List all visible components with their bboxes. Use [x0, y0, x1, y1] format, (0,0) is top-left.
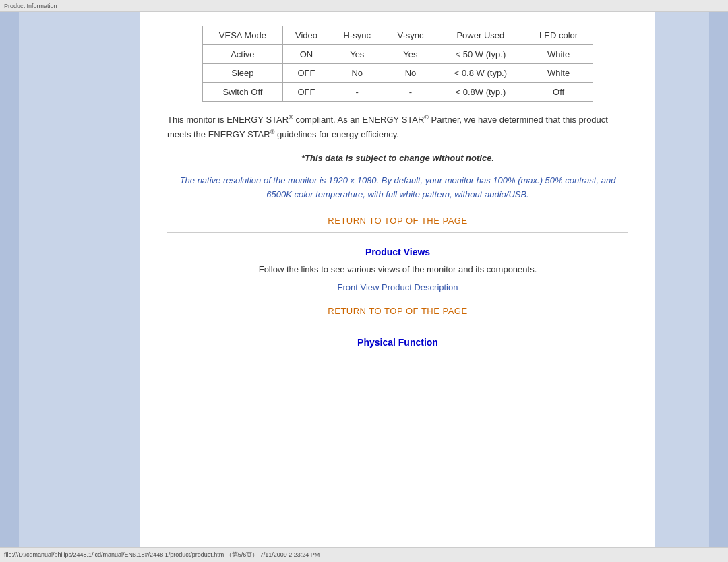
table-cell: White — [524, 45, 593, 64]
status-bar-text: file:///D:/cdmanual/philips/2448.1/lcd/m… — [4, 551, 320, 559]
sidebar-left-inner — [19, 12, 140, 547]
notice-text: *This data is subject to change without … — [167, 153, 628, 163]
table-cell: Active — [203, 45, 283, 64]
product-views-description: Follow the links to see various views of… — [167, 264, 628, 274]
physical-function-title: Physical Function — [167, 337, 628, 348]
browser-title-text: Product Information — [4, 3, 57, 9]
table-cell: Off — [524, 83, 593, 102]
blue-note-text: The native resolution of the monitor is … — [167, 174, 628, 202]
front-view-link[interactable]: Front View Product Description — [167, 282, 628, 292]
table-cell: < 50 W (typ.) — [437, 45, 524, 64]
page-layout: VESA Mode Video H-sync V-sync Power Used… — [0, 12, 728, 547]
browser-title-bar: Product Information — [0, 0, 728, 12]
table-cell: OFF — [282, 83, 330, 102]
status-bar: file:///D:/cdmanual/philips/2448.1/lcd/m… — [0, 547, 728, 562]
table-row: Switch OffOFF--< 0.8W (typ.)Off — [203, 83, 593, 102]
col-header-led-color: LED color — [524, 26, 593, 45]
divider-2 — [167, 323, 628, 323]
table-cell: ON — [282, 45, 330, 64]
col-header-video: Video — [282, 26, 330, 45]
col-header-vesa-mode: VESA Mode — [203, 26, 283, 45]
table-row: SleepOFFNoNo< 0.8 W (typ.)White — [203, 64, 593, 83]
table-cell: < 0.8W (typ.) — [437, 83, 524, 102]
table-row: ActiveONYesYes< 50 W (typ.)White — [203, 45, 593, 64]
col-header-hsync: H-sync — [330, 26, 384, 45]
table-cell: White — [524, 64, 593, 83]
return-to-top-link-2[interactable]: RETURN TO TOP OF THE PAGE — [167, 306, 628, 316]
col-header-vsync: V-sync — [384, 26, 437, 45]
table-cell: < 0.8 W (typ.) — [437, 64, 524, 83]
table-cell: Sleep — [203, 64, 283, 83]
energy-star-text: This monitor is ENERGY STAR® compliant. … — [167, 113, 628, 142]
sidebar-right-strip — [709, 12, 728, 547]
col-header-power-used: Power Used — [437, 26, 524, 45]
table-cell: Switch Off — [203, 83, 283, 102]
table-cell: - — [384, 83, 437, 102]
table-cell: Yes — [330, 45, 384, 64]
divider-1 — [167, 232, 628, 233]
table-cell: No — [330, 64, 384, 83]
table-cell: Yes — [384, 45, 437, 64]
sidebar-right-inner — [655, 12, 709, 547]
product-views-title: Product Views — [167, 247, 628, 257]
main-content: VESA Mode Video H-sync V-sync Power Used… — [140, 12, 655, 547]
table-cell: - — [330, 83, 384, 102]
sidebar-left-strip — [0, 12, 19, 547]
return-to-top-link-1[interactable]: RETURN TO TOP OF THE PAGE — [167, 216, 628, 226]
table-cell: OFF — [282, 64, 330, 83]
vesa-table: VESA Mode Video H-sync V-sync Power Used… — [202, 26, 593, 102]
table-cell: No — [384, 64, 437, 83]
